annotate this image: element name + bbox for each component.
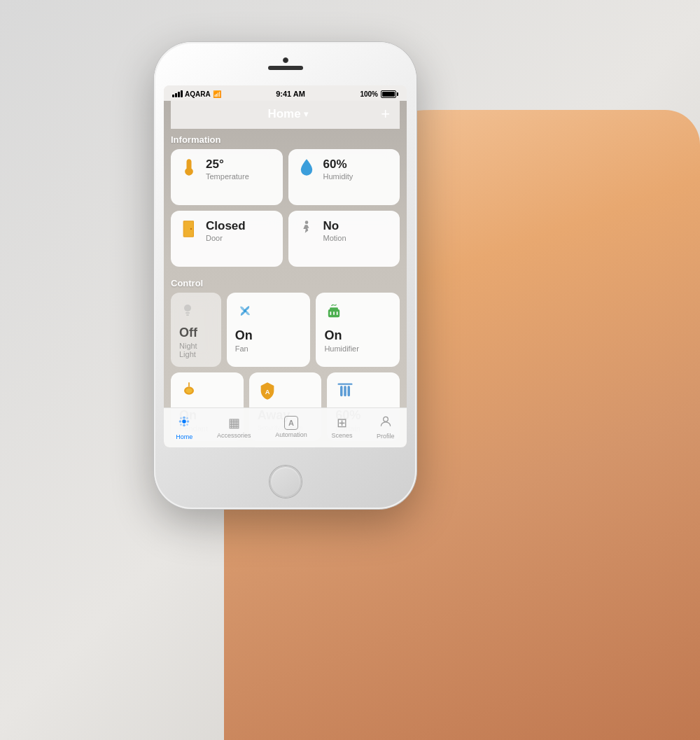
- fan-label: Fan: [235, 344, 302, 353]
- temperature-card[interactable]: 25° Temperature: [171, 149, 283, 205]
- svg-point-5: [304, 221, 308, 224]
- nav-item-home[interactable]: Home: [176, 414, 192, 440]
- door-value: Closed: [206, 220, 246, 233]
- humidity-text: 60% Humidity: [323, 158, 354, 181]
- status-time: 9:41 AM: [276, 90, 305, 98]
- svg-rect-7: [186, 312, 190, 314]
- battery-fill: [382, 92, 395, 97]
- speaker-grille: [268, 66, 303, 70]
- status-right: 100%: [360, 90, 398, 98]
- night-light-value: Off: [179, 326, 213, 340]
- scenes-nav-label: Scenes: [331, 432, 352, 439]
- control-section-label: Control: [171, 272, 400, 293]
- signal-bar-2: [175, 93, 177, 97]
- humidifier-value: On: [324, 329, 391, 343]
- battery-indicator: [381, 90, 398, 98]
- svg-point-4: [190, 228, 192, 230]
- phone-shell: AQARA 📶 9:41 AM 100%: [154, 42, 416, 509]
- home-button[interactable]: [270, 466, 302, 498]
- svg-rect-11: [330, 307, 339, 311]
- motion-text: No Motion: [323, 220, 346, 243]
- app-background: Home ▾ + Information: [164, 101, 407, 447]
- svg-point-35: [183, 424, 186, 427]
- svg-point-38: [180, 424, 182, 426]
- door-label: Door: [206, 234, 246, 242]
- svg-rect-21: [344, 386, 347, 396]
- door-icon: [179, 219, 199, 243]
- bottom-navigation: Home ▦ Accessories A Automation ⊞ Scenes: [164, 407, 407, 447]
- svg-point-31: [183, 419, 187, 424]
- bulb-icon: [179, 301, 213, 322]
- svg-point-37: [187, 417, 189, 419]
- top-navigation: Home ▾ +: [171, 101, 400, 129]
- home-title: Home: [267, 107, 300, 121]
- phone-screen: AQARA 📶 9:41 AM 100%: [164, 85, 407, 447]
- home-nav-icon: [176, 414, 192, 432]
- signal-bar-1: [172, 95, 174, 97]
- svg-point-33: [187, 420, 190, 423]
- svg-point-0: [187, 169, 191, 174]
- scenes-nav-icon: ⊞: [337, 415, 347, 431]
- door-card-content: Closed Door: [179, 219, 274, 243]
- humidifier-icon: [324, 301, 391, 325]
- temperature-label: Temperature: [206, 172, 249, 181]
- svg-point-34: [183, 417, 186, 419]
- signal-bars: [172, 90, 183, 97]
- svg-point-39: [187, 424, 189, 426]
- motion-card[interactable]: No Motion: [288, 211, 400, 267]
- home-nav-label: Home: [176, 433, 192, 440]
- automation-nav-label: Automation: [275, 431, 307, 438]
- signal-bar-4: [181, 90, 183, 97]
- nav-item-accessories[interactable]: ▦ Accessories: [217, 415, 251, 439]
- add-button[interactable]: +: [381, 105, 390, 123]
- svg-text:A: A: [265, 388, 270, 395]
- humidity-card[interactable]: 60% Humidity: [288, 149, 400, 205]
- motion-card-content: No Motion: [297, 219, 392, 243]
- svg-rect-19: [338, 383, 353, 384]
- humidifier-label: Humidifier: [324, 344, 391, 353]
- fan-card[interactable]: On Fan: [227, 293, 311, 367]
- info-cards-row1: 25° Temperature: [171, 149, 400, 205]
- battery-tip: [397, 92, 398, 96]
- humidity-card-content: 60% Humidity: [297, 158, 392, 181]
- dropdown-icon[interactable]: ▾: [304, 109, 308, 119]
- accessories-nav-label: Accessories: [217, 432, 251, 439]
- battery-percent: 100%: [360, 90, 378, 98]
- night-light-card[interactable]: Off Night Light: [171, 293, 221, 367]
- temperature-value: 25°: [206, 158, 249, 172]
- nav-title-container: Home ▾: [267, 107, 307, 121]
- status-left: AQARA 📶: [172, 90, 221, 98]
- fan-value: On: [235, 329, 302, 343]
- nav-item-profile[interactable]: Profile: [377, 414, 395, 440]
- motion-label: Motion: [323, 234, 346, 242]
- door-card[interactable]: Closed Door: [171, 211, 283, 267]
- svg-point-6: [184, 305, 191, 312]
- nav-item-scenes[interactable]: ⊞ Scenes: [331, 415, 352, 439]
- nav-item-automation[interactable]: A Automation: [275, 416, 307, 438]
- phone-camera: [268, 57, 303, 70]
- humidity-value: 60%: [323, 158, 354, 172]
- thermometer-icon: [179, 158, 199, 181]
- profile-nav-icon: [379, 414, 393, 431]
- scene: AQARA 📶 9:41 AM 100%: [0, 0, 700, 740]
- humidifier-card[interactable]: On Humidifier: [316, 293, 400, 367]
- droplet-icon: [297, 158, 316, 181]
- wifi-icon: 📶: [213, 90, 221, 98]
- shield-icon: A: [258, 381, 314, 405]
- door-text: Closed Door: [206, 220, 246, 243]
- control-cards-row1: Off Night Light: [171, 293, 400, 367]
- status-bar: AQARA 📶 9:41 AM 100%: [164, 85, 407, 101]
- temperature-card-content: 25° Temperature: [179, 158, 274, 181]
- svg-point-40: [384, 417, 388, 421]
- info-cards-row2: Closed Door: [171, 211, 400, 267]
- svg-point-17: [186, 388, 192, 393]
- information-section-label: Information: [171, 129, 400, 149]
- night-light-label: Night Light: [179, 342, 213, 358]
- battery-body: [381, 90, 396, 98]
- carrier-label: AQARA: [185, 90, 211, 98]
- walk-icon: [297, 219, 316, 243]
- svg-rect-22: [348, 386, 351, 396]
- curtain-icon: [335, 381, 391, 405]
- profile-nav-label: Profile: [377, 433, 395, 440]
- humidity-label: Humidity: [323, 172, 354, 181]
